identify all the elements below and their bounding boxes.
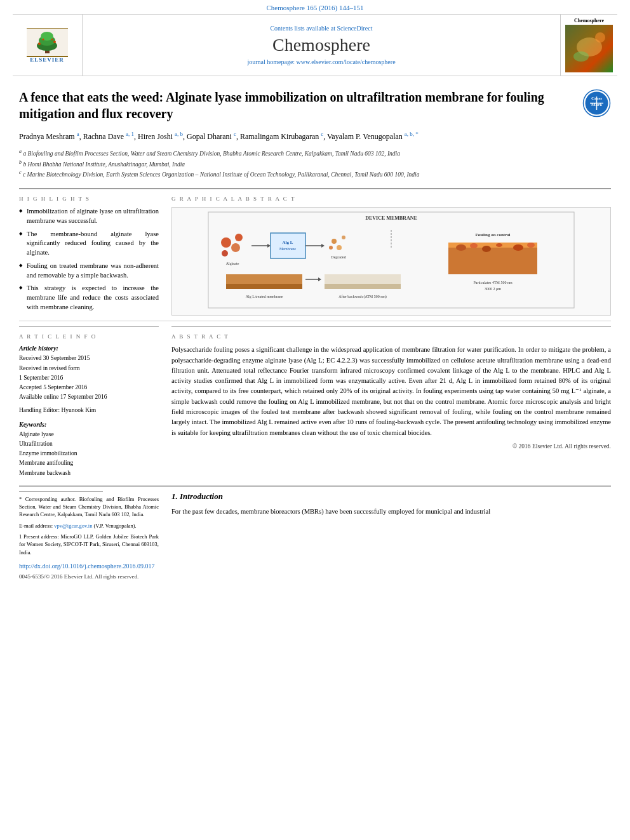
elsevier-tree-icon: ELSEVIER (27, 28, 68, 63)
introduction-section: 1. Introduction For the past few decades… (171, 491, 611, 581)
received-revised-date: 1 September 2016 (19, 373, 159, 382)
crossmark-badge[interactable]: Cross Mark (582, 89, 611, 117)
email-owner: (V.P. Venugopalan). (94, 523, 137, 529)
homepage-text: journal homepage: www.elsevier.com/locat… (247, 58, 395, 65)
keyword-4: Membrane antifouling (19, 458, 159, 468)
svg-point-28 (222, 250, 228, 257)
email-link[interactable]: vpv@igcar.gov.in (54, 523, 92, 529)
elsevier-logo: ELSEVIER (27, 28, 68, 63)
info-abstract-row: A R T I C L E I N F O Article history: R… (19, 326, 611, 477)
svg-point-59 (527, 243, 535, 248)
svg-text:Alg L treated membrane: Alg L treated membrane (246, 295, 283, 298)
svg-rect-43 (226, 274, 302, 284)
svg-point-40 (329, 246, 333, 250)
highlights-graphical-row: H I G H L I G H T S Immobilization of al… (19, 196, 611, 316)
keywords-list: Alginate lyase Ultrafiltration Enzyme im… (19, 430, 159, 478)
keyword-3: Enzyme immobilization (19, 449, 159, 458)
svg-text:ELSEVIER: ELSEVIER (30, 57, 64, 63)
svg-text:3000 2 μm: 3000 2 μm (485, 287, 501, 291)
handling-editor: Handling Editor: Hyunook Kim (19, 406, 159, 415)
abstract-heading: A B S T R A C T (171, 333, 611, 340)
thumbnail-label: Chemosphere (574, 18, 604, 23)
svg-text:Alginate: Alginate (226, 262, 239, 265)
accepted-date: Accepted 5 September 2016 (19, 383, 159, 392)
affiliation-c: c c Marine Biotechnology Division, Earth… (19, 169, 611, 179)
highlights-section: H I G H L I G H T S Immobilization of al… (19, 196, 159, 316)
svg-point-26 (235, 234, 243, 241)
affiliation-a: a a Biofouling and Biofilm Processes Sec… (19, 148, 611, 158)
svg-point-5 (38, 43, 41, 45)
corresponding-author-note: * Corresponding author. Biofouling and B… (19, 495, 159, 519)
article-title-row: A fence that eats the weed: Alginate lya… (19, 89, 611, 122)
copyright-line: © 2016 Elsevier Ltd. All rights reserved… (171, 443, 611, 450)
svg-point-38 (342, 236, 345, 239)
svg-text:After backwash (ATM 500 nm): After backwash (ATM 500 nm) (338, 295, 387, 299)
present-address-note: 1 Present address: MicroGO LLP, Golden J… (19, 533, 159, 556)
authors-line: Pradnya Meshram a, Rachna Dave a, 1, Hir… (19, 130, 611, 143)
available-online: Available online 17 September 2016 (19, 392, 159, 401)
article-history-heading: Article history: (19, 345, 159, 352)
svg-point-8 (51, 38, 53, 40)
intro-title: Introduction (180, 491, 223, 501)
article-content: A fence that eats the weed: Alginate lya… (19, 89, 611, 179)
svg-point-55 (470, 243, 478, 248)
graphical-abstract-image: DEVICE MEMBRANE Alginate Alg L Membrane (171, 207, 611, 316)
doi-section: http://dx.doi.org/10.1016/j.chemosphere.… (19, 563, 159, 581)
svg-text:Membrane: Membrane (279, 247, 296, 251)
abstract-section: A B S T R A C T Polysaccharide fouling p… (171, 326, 611, 477)
svg-point-7 (43, 38, 44, 40)
svg-rect-49 (325, 284, 401, 289)
graphical-abstract-svg: DEVICE MEMBRANE Alginate Alg L Membrane (175, 211, 607, 309)
svg-point-27 (231, 243, 240, 252)
svg-point-58 (513, 244, 523, 251)
journal-header: ELSEVIER Contents lists available at Sci… (13, 14, 617, 76)
introduction-text: For the past few decades, membrane biore… (171, 507, 611, 517)
intro-number: 1. (171, 491, 178, 501)
highlight-item-2: The membrane-bound alginate lyase signif… (19, 230, 159, 258)
affiliation-b: b b Homi Bhabha National Institute, Anus… (19, 159, 611, 169)
footnote-rule (19, 491, 103, 492)
keywords-heading: Keywords: (19, 421, 159, 428)
footnotes-section: * Corresponding author. Biofouling and B… (19, 491, 159, 581)
introduction-heading: 1. Introduction (171, 491, 611, 502)
journal-title-area: Contents lists available at ScienceDirec… (83, 15, 560, 76)
issn-text: 0045-6535/© 2016 Elsevier Ltd. All right… (19, 573, 138, 580)
article-title: A fence that eats the weed: Alginate lya… (19, 89, 573, 122)
svg-text:Fouling on control: Fouling on control (475, 232, 510, 237)
received-date: Received 30 September 2015 (19, 354, 159, 363)
highlights-list: Immobilization of alginate lyase on ultr… (19, 207, 159, 312)
graphical-abstract-section: G R A P H I C A L A B S T R A C T DEVICE… (171, 196, 611, 316)
svg-point-54 (456, 244, 466, 251)
science-direct-text: ScienceDirect (337, 25, 372, 32)
svg-point-56 (482, 246, 491, 252)
highlight-item-4: This strategy is expected to increase th… (19, 284, 159, 312)
doi-link[interactable]: http://dx.doi.org/10.1016/j.chemosphere.… (19, 563, 159, 570)
svg-point-57 (496, 243, 502, 247)
keyword-5: Membrane backwash (19, 469, 159, 478)
svg-rect-32 (271, 233, 305, 258)
graphical-abstract-heading: G R A P H I C A L A B S T R A C T (171, 196, 611, 202)
crossmark-icon: Cross Mark (582, 89, 611, 117)
journal-cover-thumbnail (565, 25, 613, 72)
svg-point-25 (221, 237, 231, 248)
svg-rect-48 (325, 274, 401, 284)
svg-text:Alg L: Alg L (283, 240, 293, 245)
bottom-divider (19, 486, 611, 486)
received-revised-label: Received in revised form (19, 364, 159, 373)
affiliations: a a Biofouling and Biofilm Processes Sec… (19, 148, 611, 179)
science-direct-link[interactable]: Contents lists available at ScienceDirec… (270, 25, 372, 32)
svg-point-14 (573, 51, 589, 62)
svg-text:DEVICE MEMBRANE: DEVICE MEMBRANE (365, 215, 417, 221)
svg-point-6 (53, 41, 56, 43)
email-note: E-mail address: vpv@igcar.gov.in (V.P. V… (19, 522, 159, 530)
abstract-text: Polysaccharide fouling poses a significa… (171, 345, 611, 437)
highlight-item-1: Immobilization of alginate lyase on ultr… (19, 207, 159, 225)
article-info-section: A R T I C L E I N F O Article history: R… (19, 326, 159, 477)
journal-reference: Chemosphere 165 (2016) 144–151 (0, 0, 630, 14)
journal-thumbnail-area: Chemosphere (560, 15, 617, 76)
keyword-1: Alginate lyase (19, 430, 159, 439)
journal-homepage-link[interactable]: journal homepage: www.elsevier.com/locat… (247, 58, 395, 65)
keyword-2: Ultrafiltration (19, 439, 159, 449)
highlight-item-3: Fouling on treated membrane was non-adhe… (19, 262, 159, 280)
svg-point-37 (332, 239, 337, 244)
